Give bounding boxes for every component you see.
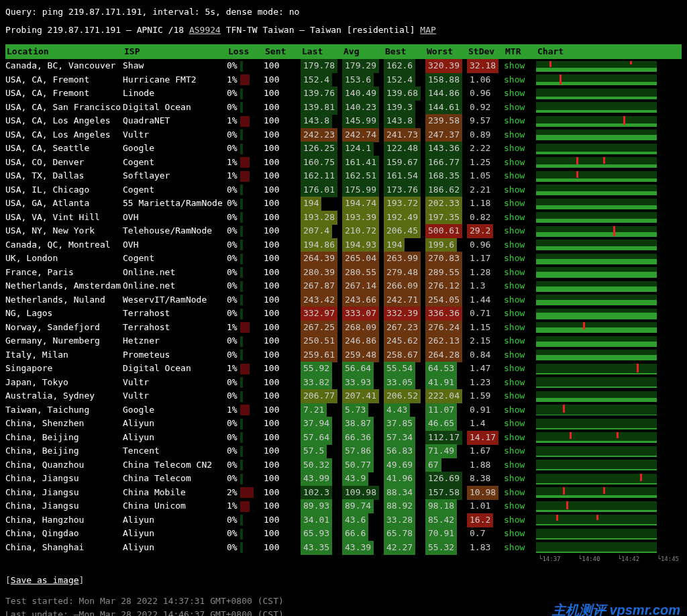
save-as-link[interactable]: Save as image [11,575,79,585]
mtr-link[interactable]: show [504,73,536,87]
avg-cell: 43.6 [342,513,384,527]
stdev-cell: 0.7 [467,527,504,541]
isp-cell: WeservIT/RamNode [123,293,227,307]
chart-cell [536,226,657,237]
mtr-link[interactable]: show [504,541,536,555]
mtr-link[interactable]: show [504,279,536,293]
map-link[interactable]: MAP [420,25,435,35]
mtr-link[interactable]: show [504,389,536,403]
mtr-link[interactable]: show [504,142,536,156]
last-cell: 162.11 [301,169,342,183]
mtr-link[interactable]: show [504,472,536,486]
chart-cell [536,336,657,347]
last-cell: 65.93 [301,527,342,541]
mtr-link[interactable]: show [504,444,536,458]
table-row: UK, London Cogent 0% 100 264.39 265.04 2… [5,252,682,266]
best-cell: 242.71 [384,293,425,307]
mtr-link[interactable]: show [504,307,536,321]
worst-cell: 239.58 [425,114,467,128]
mtr-link[interactable]: show [504,128,536,142]
stdev-cell: 1.23 [467,376,504,390]
loss-cell: 0% [227,238,264,252]
chart-cell [536,446,657,457]
mtr-link[interactable]: show [504,417,536,431]
mtr-link[interactable]: show [504,252,536,266]
mtr-link[interactable]: show [504,486,536,500]
isp-cell: Softlayer [123,169,227,183]
location-cell: Singapore [5,362,123,376]
mtr-link[interactable]: show [504,458,536,472]
worst-cell: 270.83 [425,252,467,266]
location-cell: Canada, BC, Vancouver [5,59,123,73]
mtr-link[interactable]: show [504,101,536,115]
location-cell: USA, CA, Fremont [5,87,123,101]
sent-cell: 100 [264,101,301,115]
worst-cell: 144.86 [425,87,467,101]
mtr-link[interactable]: show [504,431,536,445]
mtr-link[interactable]: show [504,403,536,417]
avg-cell: 246.86 [342,334,384,348]
isp-cell: OVH [123,238,227,252]
mtr-link[interactable]: show [504,321,536,335]
best-cell: 88.34 [384,486,425,500]
sent-cell: 100 [264,486,301,500]
mtr-link[interactable]: show [504,362,536,376]
isp-cell: Cogent [123,252,227,266]
mtr-link[interactable]: show [504,293,536,307]
loss-cell: 1% [227,321,264,335]
mtr-link[interactable]: show [504,224,536,238]
avg-cell: 153.6 [342,73,384,87]
last-cell: 194.86 [301,238,342,252]
location-cell: France, Paris [5,266,123,280]
best-cell: 33.28 [384,513,425,527]
sent-cell: 100 [264,224,301,238]
sent-cell: 100 [264,266,301,280]
chart-cell [536,185,657,195]
last-cell: 57.5 [301,444,342,458]
location-cell: USA, CA, Los Angeles [5,114,123,128]
mtr-link[interactable]: show [504,527,536,541]
sent-cell: 100 [264,362,301,376]
mtr-link[interactable]: show [504,183,536,197]
avg-cell: 43.39 [342,541,384,555]
axis-tick: └14:37 [539,554,561,564]
mtr-link[interactable]: show [504,169,536,183]
mtr-link[interactable]: show [504,499,536,513]
sent-cell: 100 [264,87,301,101]
sent-cell: 100 [264,513,301,527]
mtr-link[interactable]: show [504,211,536,225]
query-line: Query: ping 219.87.171.191, interval: 5s… [5,5,682,19]
mtr-link[interactable]: show [504,513,536,527]
isp-cell: Aliyun [123,541,227,555]
mtr-link[interactable]: show [504,59,536,73]
table-row: China, Qingdao Aliyun 0% 100 65.93 66.6 … [5,527,682,541]
save-as-image[interactable]: [Save as image] [5,574,682,588]
worst-cell: 46.65 [425,417,467,431]
worst-cell: 158.88 [425,73,467,87]
mtr-link[interactable]: show [504,156,536,170]
loss-cell: 0% [227,252,264,266]
avg-cell: 179.29 [342,59,384,73]
as-link[interactable]: AS9924 [189,25,221,35]
mtr-link[interactable]: show [504,376,536,390]
mtr-link[interactable]: show [504,87,536,101]
chart-cell [536,171,657,182]
mtr-link[interactable]: show [504,334,536,348]
avg-cell: 5.73 [342,403,384,417]
mtr-link[interactable]: show [504,348,536,362]
chart-cell [536,474,657,484]
chart-cell [536,102,657,113]
worst-cell: 143.36 [425,142,467,156]
mtr-link[interactable]: show [504,197,536,211]
last-cell: 259.61 [301,348,342,362]
chart-cell [536,89,657,99]
stdev-cell: 0.92 [467,101,504,115]
best-cell: 173.76 [384,183,425,197]
mtr-link[interactable]: show [504,114,536,128]
stdev-cell: 14.17 [467,431,504,445]
mtr-link[interactable]: show [504,266,536,280]
avg-cell: 242.74 [342,128,384,142]
sent-cell: 100 [264,458,301,472]
mtr-link[interactable]: show [504,238,536,252]
loss-cell: 0% [227,376,264,390]
